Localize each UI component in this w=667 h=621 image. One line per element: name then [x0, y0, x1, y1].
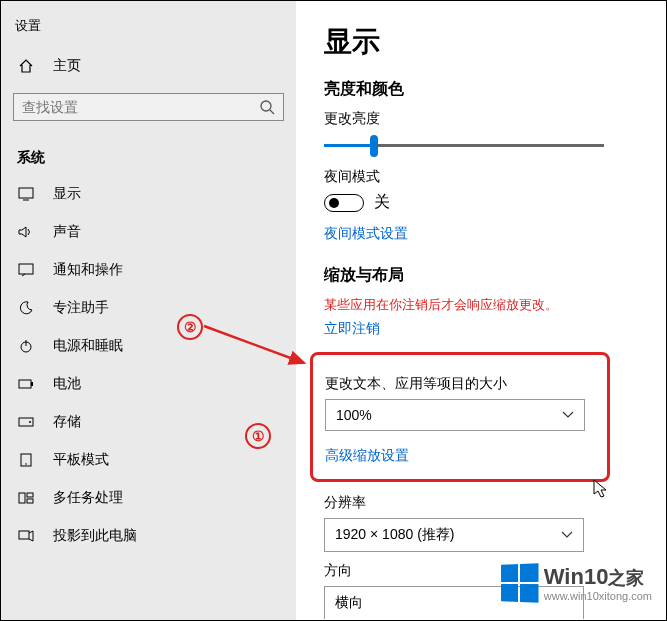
windows-logo-icon [501, 563, 538, 603]
watermark: Win10之家 www.win10xitong.com [500, 564, 652, 602]
battery-icon [17, 375, 35, 393]
cursor-icon [593, 479, 609, 499]
svg-rect-13 [19, 493, 25, 503]
svg-rect-16 [19, 531, 29, 539]
watermark-brand: Win10 [544, 564, 609, 589]
moon-icon [17, 299, 35, 317]
svg-point-10 [29, 421, 31, 423]
display-icon [17, 185, 35, 203]
sidebar-item-label: 电源和睡眠 [53, 337, 123, 355]
sidebar-section-title: 系统 [1, 135, 296, 175]
chevron-down-icon [561, 531, 573, 539]
sound-icon [17, 223, 35, 241]
scale-select[interactable]: 100% [325, 399, 585, 431]
signout-link[interactable]: 立即注销 [324, 320, 380, 338]
sidebar: 设置 主页 系统 显示 声音 通知和操作 [1, 1, 296, 620]
highlight-box: 更改文本、应用等项目的大小 100% 高级缩放设置 [310, 352, 610, 482]
home-icon [17, 57, 35, 75]
multitask-icon [17, 489, 35, 507]
svg-rect-8 [31, 382, 33, 386]
sidebar-item-label: 平板模式 [53, 451, 109, 469]
watermark-url: www.win10xitong.com [544, 590, 652, 602]
sidebar-item-label: 存储 [53, 413, 81, 431]
project-icon [17, 527, 35, 545]
sidebar-item-project[interactable]: 投影到此电脑 [1, 517, 296, 555]
sidebar-item-label: 多任务处理 [53, 489, 123, 507]
sidebar-item-battery[interactable]: 电池 [1, 365, 296, 403]
sidebar-item-notifications[interactable]: 通知和操作 [1, 251, 296, 289]
sidebar-item-label: 通知和操作 [53, 261, 123, 279]
power-icon [17, 337, 35, 355]
watermark-suffix: 之家 [608, 568, 644, 588]
search-icon [259, 99, 275, 115]
resolution-select[interactable]: 1920 × 1080 (推荐) [324, 518, 584, 552]
resolution-value: 1920 × 1080 (推荐) [335, 526, 454, 544]
annotation-1: ① [245, 423, 271, 449]
brightness-label: 更改亮度 [324, 110, 638, 128]
svg-rect-14 [27, 493, 33, 497]
scale-value: 100% [336, 407, 372, 423]
sidebar-item-display[interactable]: 显示 [1, 175, 296, 213]
chevron-down-icon [562, 411, 574, 419]
night-settings-link[interactable]: 夜间模式设置 [324, 225, 408, 243]
sidebar-item-label: 声音 [53, 223, 81, 241]
brightness-slider[interactable] [324, 134, 604, 158]
svg-point-0 [261, 101, 271, 111]
annotation-2: ② [177, 314, 203, 340]
sidebar-home[interactable]: 主页 [1, 47, 296, 85]
scale-warning: 某些应用在你注销后才会响应缩放更改。 [324, 296, 638, 314]
svg-rect-4 [19, 264, 33, 274]
page-title: 显示 [324, 23, 638, 61]
night-label: 夜间模式 [324, 168, 638, 186]
sidebar-item-focus[interactable]: 专注助手 [1, 289, 296, 327]
notification-icon [17, 261, 35, 279]
tablet-icon [17, 451, 35, 469]
sidebar-item-power[interactable]: 电源和睡眠 [1, 327, 296, 365]
svg-rect-2 [19, 188, 33, 198]
orientation-value: 横向 [335, 594, 363, 612]
brightness-section: 亮度和颜色 [324, 79, 638, 100]
search-input[interactable] [22, 99, 259, 115]
sidebar-item-label: 专注助手 [53, 299, 109, 317]
search-box[interactable] [13, 93, 284, 121]
svg-rect-7 [19, 380, 31, 388]
scale-label: 更改文本、应用等项目的大小 [325, 375, 595, 393]
sidebar-item-label: 显示 [53, 185, 81, 203]
svg-rect-15 [27, 499, 33, 503]
adv-scale-link[interactable]: 高级缩放设置 [325, 447, 409, 465]
sidebar-item-sound[interactable]: 声音 [1, 213, 296, 251]
sidebar-item-multitask[interactable]: 多任务处理 [1, 479, 296, 517]
svg-line-1 [270, 110, 274, 114]
sidebar-item-label: 电池 [53, 375, 81, 393]
app-title: 设置 [1, 11, 296, 47]
storage-icon [17, 413, 35, 431]
svg-point-12 [25, 463, 27, 465]
main-content: 显示 亮度和颜色 更改亮度 夜间模式 关 夜间模式设置 缩放与布局 某些应用在你… [296, 1, 666, 620]
sidebar-home-label: 主页 [53, 57, 81, 75]
toggle-state: 关 [374, 192, 390, 213]
sidebar-item-label: 投影到此电脑 [53, 527, 137, 545]
scale-section: 缩放与布局 [324, 265, 638, 286]
resolution-label: 分辨率 [324, 494, 638, 512]
night-toggle[interactable] [324, 194, 364, 212]
